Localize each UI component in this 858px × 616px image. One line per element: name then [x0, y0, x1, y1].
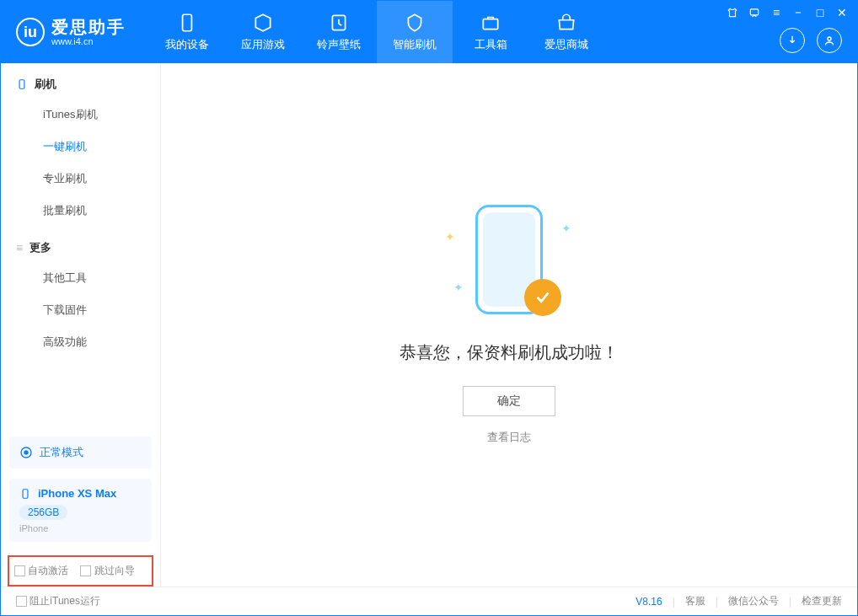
options-row: 自动激活 跳过向导 [8, 555, 153, 587]
download-button[interactable] [780, 28, 805, 53]
menu-icon[interactable]: ≡ [770, 6, 783, 19]
device-name: iPhone XS Max [38, 487, 116, 500]
feedback-icon[interactable] [748, 6, 761, 19]
tab-ringtones[interactable]: 铃声壁纸 [301, 1, 377, 63]
tab-apps[interactable]: 应用游戏 [225, 1, 301, 63]
success-illustration: ✦ ✦ ✦ [450, 205, 568, 323]
tab-label: 我的设备 [165, 37, 209, 52]
svg-rect-8 [23, 489, 28, 498]
device-box[interactable]: iPhone XS Max 256GB iPhone [9, 479, 152, 542]
svg-rect-3 [750, 9, 758, 15]
sidebar-item-pro[interactable]: 专业刷机 [1, 163, 160, 195]
tab-device[interactable]: 我的设备 [149, 1, 225, 63]
checkbox-label: 自动激活 [28, 565, 68, 576]
sidebar-item-advanced[interactable]: 高级功能 [1, 326, 160, 358]
tab-label: 爱思商城 [544, 37, 588, 52]
tab-label: 工具箱 [475, 37, 507, 52]
mode-label: 正常模式 [40, 445, 83, 460]
window-controls: ≡ － □ ✕ [726, 6, 849, 19]
svg-rect-2 [483, 19, 497, 29]
sparkle-icon: ✦ [445, 230, 455, 244]
svg-point-4 [828, 37, 831, 40]
sidebar-item-batch[interactable]: 批量刷机 [1, 195, 160, 227]
version-label: V8.16 [635, 596, 662, 608]
footer: 阻止iTunes运行 V8.16 | 客服 | 微信公众号 | 检查更新 [1, 587, 857, 615]
user-button[interactable] [817, 28, 842, 53]
logo-icon: iu [16, 18, 45, 46]
sidebar-item-firmware[interactable]: 下载固件 [1, 294, 160, 326]
update-link[interactable]: 检查更新 [802, 594, 842, 608]
block-itunes-checkbox[interactable]: 阻止iTunes运行 [16, 594, 100, 608]
menu-icon: ≡ [16, 241, 23, 254]
view-log-link[interactable]: 查看日志 [487, 430, 531, 445]
ok-button[interactable]: 确定 [463, 386, 555, 416]
auto-activate-checkbox[interactable]: 自动激活 [14, 564, 68, 578]
skin-icon[interactable] [726, 6, 739, 19]
check-badge-icon [524, 279, 561, 316]
minimize-button[interactable]: － [791, 6, 805, 19]
sidebar-section-more: ≡ 更多 [1, 227, 160, 262]
tab-tools[interactable]: 工具箱 [453, 1, 528, 63]
tab-store[interactable]: 爱思商城 [528, 1, 604, 63]
main-content: ✦ ✦ ✦ 恭喜您，保资料刷机成功啦！ 确定 查看日志 [161, 63, 857, 587]
close-button[interactable]: ✕ [835, 6, 849, 19]
body: 刷机 iTunes刷机 一键刷机 专业刷机 批量刷机 ≡ 更多 其他工具 下载固… [1, 63, 857, 587]
wechat-link[interactable]: 微信公众号 [728, 594, 779, 608]
titlebar: iu 爱思助手 www.i4.cn 我的设备 应用游戏 铃声壁纸 智能刷机 [1, 1, 857, 63]
app-window: iu 爱思助手 www.i4.cn 我的设备 应用游戏 铃声壁纸 智能刷机 [0, 0, 858, 616]
svg-rect-0 [183, 14, 192, 31]
success-message: 恭喜您，保资料刷机成功啦！ [400, 341, 619, 364]
tab-label: 智能刷机 [393, 37, 437, 52]
sidebar: 刷机 iTunes刷机 一键刷机 专业刷机 批量刷机 ≡ 更多 其他工具 下载固… [1, 63, 161, 587]
nav-tabs: 我的设备 应用游戏 铃声壁纸 智能刷机 工具箱 爱思商城 [149, 1, 604, 63]
support-link[interactable]: 客服 [685, 594, 705, 608]
mode-box[interactable]: 正常模式 [9, 437, 152, 469]
checkbox-label: 阻止iTunes运行 [29, 595, 100, 607]
svg-point-7 [24, 451, 28, 454]
app-url: www.i4.cn [51, 36, 126, 46]
sidebar-section-flash: 刷机 [1, 63, 160, 99]
skip-guide-checkbox[interactable]: 跳过向导 [80, 564, 134, 578]
sidebar-section-label: 更多 [29, 240, 51, 255]
app-logo: iu 爱思助手 www.i4.cn [16, 18, 126, 46]
svg-rect-5 [19, 80, 24, 89]
tab-label: 铃声壁纸 [317, 37, 361, 52]
device-type: iPhone [19, 523, 142, 533]
sidebar-section-label: 刷机 [35, 77, 56, 92]
sparkle-icon: ✦ [561, 222, 571, 235]
checkbox-label: 跳过向导 [94, 565, 135, 576]
sparkle-icon: ✦ [453, 281, 464, 294]
app-name: 爱思助手 [51, 18, 126, 36]
device-capacity: 256GB [19, 505, 67, 520]
sidebar-item-itunes[interactable]: iTunes刷机 [1, 99, 160, 131]
tab-label: 应用游戏 [241, 37, 285, 52]
sidebar-item-other[interactable]: 其他工具 [1, 262, 160, 294]
tab-flash[interactable]: 智能刷机 [377, 1, 453, 63]
sidebar-item-onekey[interactable]: 一键刷机 [1, 131, 160, 163]
maximize-button[interactable]: □ [813, 6, 827, 19]
